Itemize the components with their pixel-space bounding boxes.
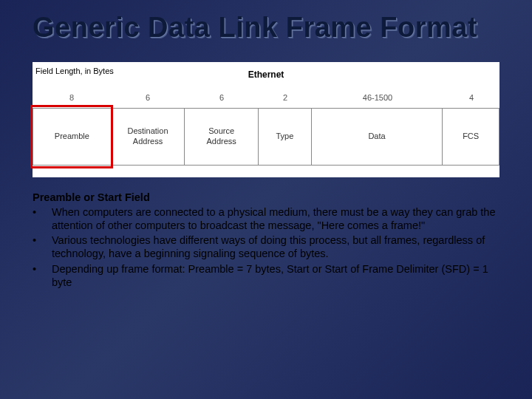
lengths-row: 866246-15004: [33, 93, 499, 102]
bullet-text: Various technologies have different ways…: [52, 233, 499, 260]
bullet-icon: •: [33, 233, 52, 260]
field-cell: Destination Address: [112, 109, 185, 165]
field-length-label: Field Length, in Bytes: [35, 66, 114, 76]
length-label: 4: [443, 93, 499, 102]
length-label: 2: [259, 93, 312, 102]
length-label: 8: [33, 93, 111, 102]
field-cell: FCS: [443, 109, 499, 165]
length-label: 6: [111, 93, 185, 102]
field-cell: Type: [259, 109, 312, 165]
protocol-title: Ethernet: [248, 69, 284, 80]
field-cell: Data: [312, 109, 443, 165]
slide: Generic Data Link Frame Format Field Len…: [0, 0, 532, 399]
field-cell: Source Address: [185, 109, 259, 165]
length-label: 6: [185, 93, 259, 102]
body-text: Preamble or Start Field •When computers …: [33, 191, 499, 289]
bullet-text: Depending up frame format: Preamble = 7 …: [52, 262, 499, 289]
slide-title: Generic Data Link Frame Format: [33, 13, 499, 43]
fields-row: PreambleDestination AddressSource Addres…: [33, 108, 499, 166]
bullet-icon: •: [33, 262, 52, 289]
bullet-text: When computers are connected to a physic…: [52, 205, 499, 232]
length-label: 46-1500: [312, 93, 443, 102]
list-item: •Various technologies have different way…: [33, 233, 499, 260]
list-item: •When computers are connected to a physi…: [33, 205, 499, 232]
bullet-icon: •: [33, 205, 52, 232]
frame-diagram: Field Length, in Bytes Ethernet 866246-1…: [33, 62, 499, 177]
field-cell: Preamble: [33, 109, 112, 165]
bullet-list: •When computers are connected to a physi…: [33, 205, 499, 289]
section-heading: Preamble or Start Field: [33, 191, 499, 204]
list-item: •Depending up frame format: Preamble = 7…: [33, 262, 499, 289]
